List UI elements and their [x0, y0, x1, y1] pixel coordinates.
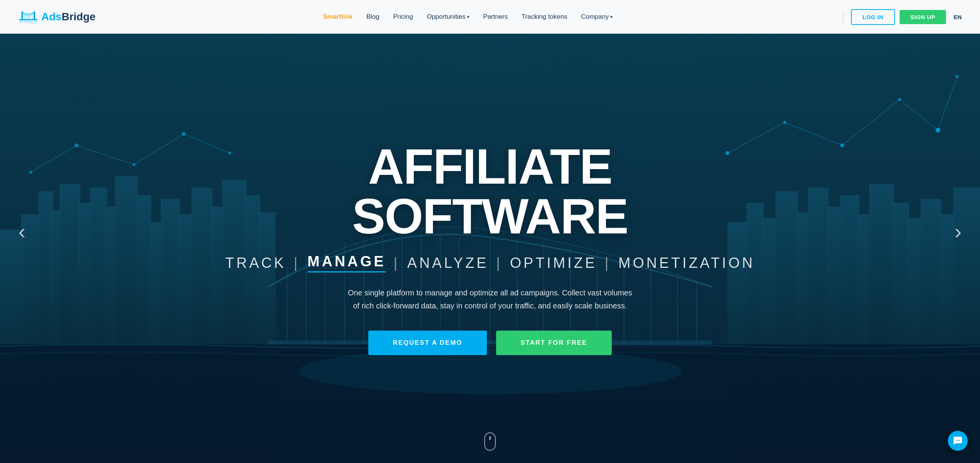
logo[interactable]: AdsBridge [18, 8, 96, 26]
request-demo-button[interactable]: REQUEST A DEMO [368, 331, 487, 355]
separator-4: | [604, 255, 611, 271]
hero-content: AFFILIATE SOFTWARE TRACK | MANAGE | ANAL… [222, 142, 758, 355]
subtitle-analyze: ANALYZE [407, 255, 488, 271]
subtitle-monetization: MONETIZATION [618, 255, 755, 271]
svg-point-85 [957, 440, 959, 441]
chat-icon [953, 436, 963, 446]
logo-icon [18, 8, 38, 26]
login-button[interactable]: LOG IN [851, 9, 895, 25]
signup-button[interactable]: SIGN UP [900, 10, 946, 24]
hero-title: AFFILIATE SOFTWARE [240, 142, 740, 241]
separator-3: | [496, 255, 502, 271]
carousel-prev-button[interactable]: ‹ [12, 215, 32, 248]
navbar: AdsBridge Smartlink Blog Pricing Opportu… [0, 0, 980, 34]
separator-1: | [294, 255, 300, 271]
nav-opportunities[interactable]: Opportunities [427, 13, 469, 21]
language-button[interactable]: EN [954, 14, 962, 20]
nav-links: Smartlink Blog Pricing Opportunities Par… [323, 13, 612, 21]
nav-blog[interactable]: Blog [366, 13, 379, 21]
carousel-next-button[interactable]: › [948, 215, 968, 248]
nav-partners[interactable]: Partners [483, 13, 508, 21]
nav-company[interactable]: Company [581, 13, 613, 21]
nav-tracking-tokens[interactable]: Tracking tokens [521, 13, 567, 21]
svg-point-86 [959, 440, 960, 441]
hero-description: One single platform to manage and optimi… [345, 286, 635, 312]
subtitle-optimize: OPTIMIZE [510, 255, 597, 271]
start-free-button[interactable]: START FOR FREE [496, 331, 612, 355]
nav-pricing[interactable]: Pricing [393, 13, 413, 21]
subtitle-track: TRACK [225, 255, 286, 271]
subtitle-manage: MANAGE [307, 253, 386, 272]
nav-actions: LOG IN SIGN UP EN [840, 9, 962, 25]
scroll-mouse [484, 432, 496, 451]
nav-divider [843, 11, 843, 23]
hero-subtitle: TRACK | MANAGE | ANALYZE | OPTIMIZE | MO… [240, 253, 740, 272]
hero-section: ‹ AFFILIATE SOFTWARE TRACK | MANAGE | AN… [0, 0, 980, 463]
svg-point-84 [956, 440, 957, 441]
logo-text: AdsBridge [41, 11, 96, 23]
hero-buttons: REQUEST A DEMO START FOR FREE [240, 331, 740, 355]
separator-2: | [394, 255, 400, 271]
chat-button[interactable] [948, 431, 968, 451]
nav-smartlink[interactable]: Smartlink [323, 13, 352, 21]
scroll-indicator [484, 432, 496, 451]
scroll-dot [489, 436, 491, 440]
